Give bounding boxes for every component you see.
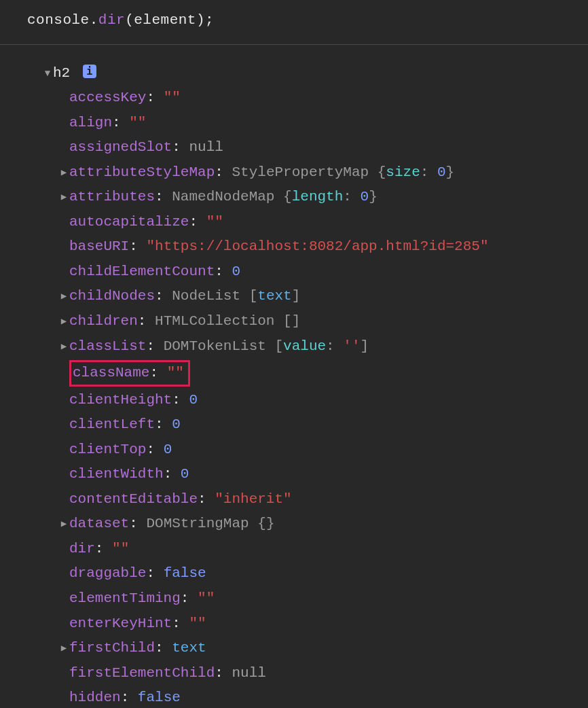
property-row: className: "": [27, 359, 588, 388]
property-value: 0: [189, 392, 198, 408]
property-key: className: [73, 365, 149, 380]
property-row: elementTiming: "": [27, 586, 588, 612]
property-value-type: StylePropertyMap: [232, 164, 377, 180]
console-output: ▼h2 i accessKey: ""align: ""assignedSlot…: [0, 45, 588, 708]
property-value: 0: [232, 264, 240, 279]
brace-close: }: [446, 164, 455, 180]
brace-open: [: [274, 338, 283, 354]
property-colon: :: [121, 690, 138, 705]
property-row: dir: "": [27, 537, 588, 562]
expand-toggle-icon[interactable]: ▼: [42, 67, 53, 82]
property-colon: :: [172, 392, 189, 408]
property-row: assignedSlot: null: [27, 135, 588, 160]
property-value: false: [164, 565, 206, 581]
expand-toggle-icon[interactable]: ▶: [58, 315, 69, 330]
property-colon: :: [172, 616, 189, 631]
property-colon: :: [155, 189, 172, 205]
property-value: "": [164, 90, 181, 105]
property-key: elementTiming: [69, 590, 181, 606]
property-row: contentEditable: "inherit": [27, 487, 588, 512]
summary-link-value[interactable]: text: [172, 640, 206, 656]
property-key: attributeStyleMap: [69, 164, 215, 180]
property-colon: :: [215, 164, 232, 180]
code-paren-open: (: [125, 12, 134, 28]
property-row: accessKey: "": [27, 86, 588, 111]
property-key: firstElementChild: [69, 665, 215, 681]
property-value: null: [189, 139, 223, 155]
property-row: firstElementChild: null: [27, 661, 588, 686]
brace-close: ]: [292, 313, 301, 329]
property-row[interactable]: ▶dataset: DOMStringMap {}: [27, 512, 588, 537]
property-colon: :: [146, 442, 163, 457]
property-value: false: [138, 690, 181, 705]
summary-value: '': [343, 338, 360, 354]
brace-open: [: [283, 313, 292, 329]
summary-key: size: [386, 164, 420, 180]
summary-key: length: [292, 189, 344, 205]
property-row[interactable]: ▶children: HTMLCollection []: [27, 309, 588, 334]
summary-link-value[interactable]: text: [257, 288, 291, 304]
console-input-line: console.dir(element);: [0, 0, 588, 45]
property-key: clientWidth: [69, 466, 164, 482]
expand-toggle-icon[interactable]: ▶: [58, 641, 69, 656]
property-row[interactable]: ▶childNodes: NodeList [text]: [27, 284, 588, 309]
property-key: accessKey: [69, 90, 146, 105]
code-dot: .: [90, 12, 98, 28]
expand-toggle-icon[interactable]: ▶: [58, 340, 69, 355]
expand-toggle-icon[interactable]: ▶: [58, 190, 69, 205]
property-key: draggable: [69, 565, 146, 581]
property-key: enterKeyHint: [69, 616, 172, 631]
property-value: "": [167, 365, 184, 380]
summary-value: 0: [437, 164, 446, 180]
property-row[interactable]: ▶classList: DOMTokenList [value: '']: [27, 334, 588, 359]
property-row[interactable]: ▶attributeStyleMap: StylePropertyMap {si…: [27, 160, 588, 185]
property-colon: :: [146, 90, 163, 105]
brace-close: ]: [361, 338, 369, 354]
expand-toggle-icon[interactable]: ▶: [58, 517, 69, 532]
property-key: contentEditable: [69, 491, 198, 507]
highlight-box: className: "": [69, 360, 190, 387]
object-properties: accessKey: ""align: ""assignedSlot: null…: [27, 86, 588, 708]
property-key: attributes: [69, 189, 155, 205]
brace-open: {: [257, 516, 266, 531]
property-value: "": [198, 590, 215, 606]
info-icon[interactable]: i: [83, 65, 96, 78]
expand-toggle-icon[interactable]: ▶: [58, 166, 69, 181]
property-row[interactable]: ▶attributes: NamedNodeMap {length: 0}: [27, 185, 588, 210]
brace-close: }: [369, 189, 378, 205]
property-colon: :: [155, 640, 172, 656]
summary-sep: :: [343, 189, 360, 205]
property-key: hidden: [69, 690, 121, 705]
property-value-type: DOMStringMap: [146, 516, 257, 531]
property-value: "https://localhost:8082/app.html?id=285": [146, 238, 488, 254]
property-colon: :: [215, 264, 232, 279]
property-key: classList: [69, 338, 146, 354]
property-colon: :: [215, 665, 232, 681]
property-key: dir: [69, 541, 95, 556]
property-colon: :: [155, 417, 172, 432]
property-row: baseURI: "https://localhost:8082/app.htm…: [27, 234, 588, 260]
property-colon: :: [198, 491, 215, 507]
property-colon: :: [155, 288, 172, 304]
property-row: clientTop: 0: [27, 438, 588, 463]
property-colon: :: [146, 565, 163, 581]
property-key: childElementCount: [69, 264, 215, 279]
property-colon: :: [146, 338, 163, 354]
summary-sep: :: [326, 338, 343, 354]
property-colon: :: [149, 365, 166, 380]
property-row: align: "": [27, 111, 588, 136]
object-root[interactable]: ▼h2 i: [27, 61, 588, 86]
property-key: clientHeight: [69, 392, 172, 408]
expand-toggle-icon[interactable]: ▶: [58, 289, 69, 304]
property-row: autocapitalize: "": [27, 210, 588, 235]
property-key: assignedSlot: [69, 139, 172, 155]
property-value: "": [112, 541, 129, 556]
property-row: childElementCount: 0: [27, 260, 588, 285]
brace-open: {: [283, 189, 292, 205]
brace-open: [: [249, 288, 258, 304]
brace-close: }: [266, 516, 275, 531]
property-value: "": [189, 616, 206, 631]
property-value: "inherit": [215, 491, 291, 507]
property-colon: :: [112, 115, 129, 130]
property-row[interactable]: ▶firstChild: text: [27, 636, 588, 661]
